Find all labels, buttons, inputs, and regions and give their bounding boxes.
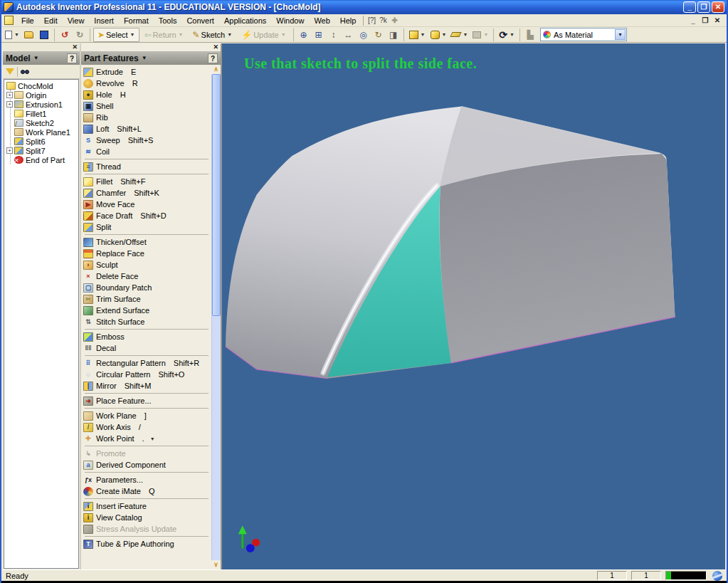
feature-sculpt[interactable]: ◗Sculpt [83, 259, 211, 271]
pan-button[interactable]: ↔ [342, 28, 356, 42]
add-icon[interactable]: ✚ [389, 16, 400, 26]
tree-item-chocmold[interactable]: ChocMold [6, 81, 78, 90]
feature-emboss[interactable]: Emboss [83, 331, 211, 342]
expand-icon[interactable]: + [6, 101, 13, 107]
feature-place-feature[interactable]: ➜Place Feature... [83, 395, 211, 406]
menu-insert[interactable]: Insert [89, 15, 119, 26]
expand-icon[interactable]: + [6, 92, 13, 98]
feature-revolve[interactable]: RevolveR [83, 78, 211, 89]
sketch-button[interactable]: ✎ Sketch▼ [189, 28, 237, 42]
menu-view[interactable]: View [63, 15, 90, 26]
tree-item-sketch2[interactable]: /Sketch2 [6, 118, 78, 127]
perspective-button[interactable]: ⟳▼ [497, 28, 517, 42]
feature-coil[interactable]: ≋Coil [83, 146, 211, 157]
shaded-display-button[interactable]: ▼ [407, 28, 428, 42]
menu-convert[interactable]: Convert [181, 15, 219, 26]
menu-edit[interactable]: Edit [39, 15, 63, 26]
menu-file[interactable]: File [16, 15, 39, 26]
undo-button[interactable]: ↺ [58, 28, 72, 42]
feature-loft[interactable]: LoftShift+L [83, 123, 211, 135]
feature-insert-ifeature[interactable]: iInsert iFeature [83, 500, 211, 512]
document-icon[interactable] [4, 16, 14, 25]
feature-thicken-offset[interactable]: Thicken/Offset [83, 236, 211, 248]
tree-item-work-plane1[interactable]: Work Plane1 [6, 127, 78, 137]
menu-applications[interactable]: Applications [219, 15, 271, 26]
shadow-display-button[interactable]: ▼ [449, 28, 470, 42]
feature-parameters[interactable]: ƒxParameters... [83, 474, 211, 485]
feature-shell[interactable]: ▣Shell [83, 100, 211, 112]
camera-view-button[interactable]: ▼ [428, 28, 449, 42]
tree-item-end-of-part[interactable]: ×End of Part [6, 155, 78, 164]
child-restore-button[interactable]: ❐ [700, 16, 710, 24]
component-opacity-button[interactable]: ▼ [470, 28, 490, 42]
feature-replace-face[interactable]: Replace Face [83, 248, 211, 259]
child-close-button[interactable]: ✕ [712, 16, 722, 24]
tree-item-split6[interactable]: Split6 [6, 137, 78, 146]
material-dropdown-button[interactable]: ▼ [615, 29, 626, 40]
return-button[interactable]: ⇦ Return▼ [140, 28, 188, 42]
features-scrollbar[interactable]: ∧ ∨ [211, 65, 221, 569]
feature-rib[interactable]: Rib [83, 112, 211, 123]
rotate-button[interactable]: ↻ [371, 28, 386, 42]
close-button[interactable]: ✕ [712, 1, 724, 13]
feature-mirror[interactable]: |MirrorShift+M [83, 380, 211, 392]
model-panel-close-icon[interactable]: ✕ [72, 43, 78, 51]
feature-hole[interactable]: ●HoleH [83, 89, 211, 100]
open-button[interactable] [22, 28, 36, 42]
find-binoculars-icon[interactable] [21, 70, 29, 74]
new-button[interactable]: ▼ [3, 28, 21, 42]
update-button[interactable]: ⚡ Update▼ [237, 28, 290, 42]
zoom-all-button[interactable]: ⊕ [297, 28, 311, 42]
expand-icon[interactable]: + [6, 147, 13, 154]
feature-rectangular-pattern[interactable]: ⠿Rectangular PatternShift+R [83, 357, 211, 369]
zoom-select-button[interactable]: ◎ [357, 28, 371, 42]
feature-chamfer[interactable]: ChamferShift+K [83, 187, 211, 199]
scrollbar-track[interactable] [211, 74, 221, 560]
feature-move-face[interactable]: ▶Move Face [83, 199, 211, 210]
menu-help[interactable]: Help [335, 15, 362, 26]
feature-work-point[interactable]: ✛Work Point.▼ [83, 433, 211, 444]
tree-item-fillet1[interactable]: Fillet1 [6, 109, 78, 118]
menu-tools[interactable]: Tools [154, 15, 182, 26]
feature-trim-surface[interactable]: ✂Trim Surface [83, 293, 211, 305]
feature-tube-pipe-authoring[interactable]: TTube & Pipe Authoring [83, 538, 211, 550]
menu-window[interactable]: Window [271, 15, 309, 26]
chevron-down-icon[interactable]: ▼ [150, 436, 155, 441]
feature-boundary-patch[interactable]: ▢Boundary Patch [83, 282, 211, 293]
feature-view-catalog[interactable]: iView Catalog [83, 512, 211, 523]
feature-thread[interactable]: ≡Thread [83, 161, 211, 172]
feature-split[interactable]: Split [83, 221, 211, 233]
tree-item-extrusion1[interactable]: +Extrusion1 [6, 100, 78, 109]
filter-icon[interactable] [6, 68, 14, 75]
scroll-down-icon[interactable]: ∨ [211, 560, 221, 569]
scroll-up-icon[interactable]: ∧ [211, 65, 221, 74]
feature-decal[interactable]: ‖‖Decal [83, 342, 211, 354]
features-panel-close-icon[interactable]: ✕ [213, 43, 218, 51]
tree-item-split7[interactable]: +Split7 [6, 146, 78, 155]
feature-work-axis[interactable]: /Work Axis/ [83, 421, 211, 433]
zoom-window-button[interactable]: ⊞ [312, 28, 326, 42]
features-panel-header[interactable]: Part Features ▼ ? [81, 51, 221, 65]
select-button[interactable]: ➤ Select▼ [93, 28, 139, 42]
menu-format[interactable]: Format [119, 15, 154, 26]
save-button[interactable] [37, 28, 51, 42]
redo-button[interactable]: ↻ [73, 28, 87, 42]
analysis-button[interactable]: ▙ [523, 28, 537, 42]
features-panel-help-button[interactable]: ? [208, 53, 218, 63]
feature-extend-surface[interactable]: Extend Surface [83, 305, 211, 316]
feature-stitch-surface[interactable]: ⇅Stitch Surface [83, 316, 211, 327]
restore-button[interactable]: ❐ [697, 1, 710, 13]
whats-this-icon[interactable]: ?k [377, 16, 389, 26]
model-panel-header[interactable]: Model ▼ ? [3, 51, 80, 65]
child-minimize-button[interactable]: _ [688, 16, 698, 24]
material-style-combo[interactable]: As Material ▼ [540, 28, 627, 41]
feature-delete-face[interactable]: ×Delete Face [83, 271, 211, 282]
model-panel-help-button[interactable]: ? [67, 53, 77, 63]
feature-extrude[interactable]: ExtrudeE [83, 66, 211, 78]
feature-fillet[interactable]: FilletShift+F [83, 176, 211, 187]
graphics-viewport[interactable]: Use that sketch to split the side face. [222, 43, 725, 569]
help-topics-icon[interactable]: [?] [366, 16, 377, 26]
minimize-button[interactable]: _ [683, 1, 696, 13]
feature-work-plane[interactable]: Work Plane] [83, 410, 211, 421]
tree-item-origin[interactable]: +Origin [6, 90, 78, 100]
